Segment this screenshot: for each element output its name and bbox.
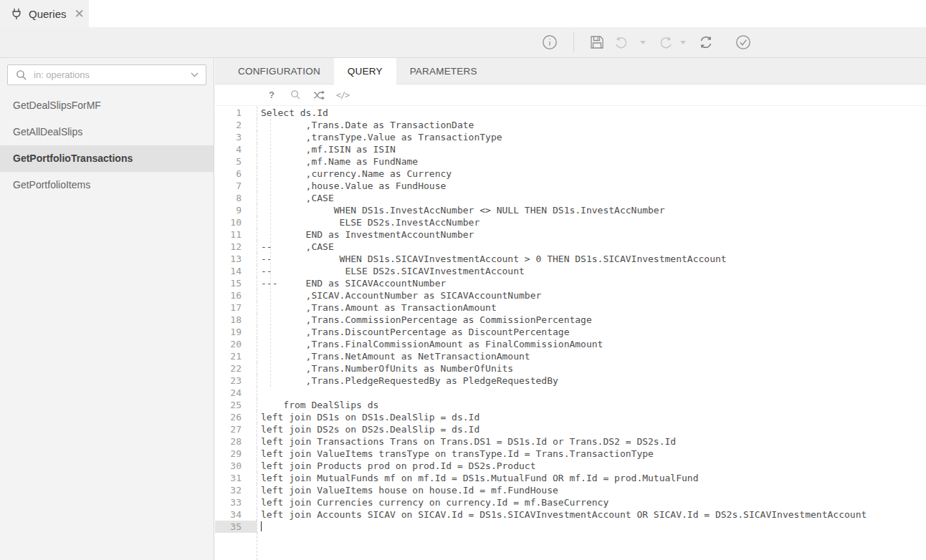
code-line-16[interactable]: 16 ,SICAV.AccountNumber as SICAVAccountN… bbox=[215, 289, 926, 301]
code-line-1[interactable]: 1Select ds.Id bbox=[215, 107, 926, 119]
code-text[interactable]: ,Trans.Amount as TransactionAmount bbox=[257, 301, 926, 314]
code-text[interactable]: --- END as SICAVAccountNumber bbox=[257, 277, 926, 289]
code-text[interactable]: ELSE DS2s.InvestAccNumber bbox=[257, 216, 926, 228]
code-text[interactable]: ,Trans.PledgeRequestedBy as PledgeReques… bbox=[257, 375, 926, 387]
code-icon[interactable]: </> bbox=[336, 89, 349, 102]
code-text[interactable]: ,mf.Name as FundName bbox=[257, 155, 926, 168]
search-input[interactable] bbox=[34, 69, 184, 80]
code-line-27[interactable]: 27left join DS2s on DS2s.DealSlip = ds.I… bbox=[215, 423, 926, 435]
code-line-2[interactable]: 2 ,Trans.Date as TransactionDate bbox=[215, 119, 926, 131]
code-text[interactable]: WHEN DS1s.InvestAccNumber <> NULL THEN D… bbox=[257, 204, 926, 216]
code-text[interactable]: ,house.Value as FundHouse bbox=[257, 180, 926, 192]
code-text[interactable]: ,Trans.CommissionPercentage as Commissio… bbox=[257, 314, 926, 326]
help-icon[interactable]: ? bbox=[265, 89, 278, 102]
code-text[interactable]: ,transType.Value as TransactionType bbox=[257, 131, 926, 143]
search-box[interactable] bbox=[7, 64, 206, 85]
code-text[interactable]: ,Trans.FinalCommissionAmount as FinalCom… bbox=[257, 338, 926, 350]
line-number: 1 bbox=[215, 107, 257, 119]
undo-dropdown-icon[interactable] bbox=[640, 41, 646, 44]
code-line-5[interactable]: 5 ,mf.Name as FundName bbox=[215, 155, 926, 168]
code-line-33[interactable]: 33left join Currencies currency on curre… bbox=[215, 496, 926, 508]
code-line-13[interactable]: 13-- WHEN DS1s.SICAVInvestmentAccount > … bbox=[215, 253, 926, 265]
code-line-21[interactable]: 21 ,Trans.NetAmount as NetTransactionAmo… bbox=[215, 350, 926, 362]
search-icon[interactable] bbox=[289, 89, 302, 102]
code-text[interactable]: -- ,CASE bbox=[257, 241, 926, 253]
code-line-10[interactable]: 10 ELSE DS2s.InvestAccNumber bbox=[215, 216, 926, 228]
code-line-4[interactable]: 4 ,mf.ISIN as ISIN bbox=[215, 143, 926, 155]
line-number: 8 bbox=[215, 192, 257, 204]
code-line-32[interactable]: 32left join ValueItems house on house.Id… bbox=[215, 484, 926, 496]
code-line-9[interactable]: 9 WHEN DS1s.InvestAccNumber <> NULL THEN… bbox=[215, 204, 926, 216]
code-line-23[interactable]: 23 ,Trans.PledgeRequestedBy as PledgeReq… bbox=[215, 375, 926, 387]
editor-empty-area[interactable] bbox=[215, 533, 926, 560]
code-text[interactable]: from DealSlips ds bbox=[257, 399, 926, 411]
code-line-7[interactable]: 7 ,house.Value as FundHouse bbox=[215, 180, 926, 192]
code-line-20[interactable]: 20 ,Trans.FinalCommissionAmount as Final… bbox=[215, 338, 926, 350]
code-text[interactable]: left join Currencies currency on currenc… bbox=[257, 496, 926, 508]
code-line-15[interactable]: 15--- END as SICAVAccountNumber bbox=[215, 277, 926, 289]
code-text[interactable]: ,currency.Name as Currency bbox=[257, 168, 926, 180]
redo-dropdown-icon[interactable] bbox=[680, 41, 686, 44]
chevron-down-icon[interactable] bbox=[191, 72, 199, 77]
code-line-17[interactable]: 17 ,Trans.Amount as TransactionAmount bbox=[215, 301, 926, 314]
sidebar-item-getalldealslips[interactable]: GetAllDealSlips bbox=[0, 119, 214, 145]
code-text[interactable]: left join MutualFunds mf on mf.Id = DS1s… bbox=[257, 472, 926, 484]
code-line-30[interactable]: 30left join Products prod on prod.Id = D… bbox=[215, 460, 926, 472]
code-line-8[interactable]: 8 ,CASE bbox=[215, 192, 926, 204]
code-text[interactable]: -- WHEN DS1s.SICAVInvestmentAccount > 0 … bbox=[257, 253, 926, 265]
code-text[interactable]: ,mf.ISIN as ISIN bbox=[257, 143, 926, 155]
code-text[interactable]: left join DS2s on DS2s.DealSlip = ds.Id bbox=[257, 423, 926, 435]
tab-configuration[interactable]: CONFIGURATION bbox=[224, 58, 334, 85]
code-line-6[interactable]: 6 ,currency.Name as Currency bbox=[215, 168, 926, 180]
sql-editor[interactable]: 1Select ds.Id2 ,Trans.Date as Transactio… bbox=[215, 107, 926, 560]
code-text[interactable]: left join Accounts SICAV on SICAV.Id = D… bbox=[257, 508, 926, 521]
code-text[interactable]: left join DS1s on DS1s.DealSlip = ds.Id bbox=[257, 411, 926, 423]
line-number: 32 bbox=[215, 484, 257, 496]
tab-query[interactable]: QUERY bbox=[334, 58, 396, 85]
code-text[interactable]: left join ValueItems transType on transT… bbox=[257, 448, 926, 460]
code-text[interactable]: END as InvestmentAccountNumber bbox=[257, 228, 926, 241]
document-tab-queries[interactable]: Queries ✕ bbox=[0, 0, 89, 27]
code-line-18[interactable]: 18 ,Trans.CommissionPercentage as Commis… bbox=[215, 314, 926, 326]
code-line-26[interactable]: 26left join DS1s on DS1s.DealSlip = ds.I… bbox=[215, 411, 926, 423]
document-tab-title: Queries bbox=[29, 8, 67, 20]
tab-parameters[interactable]: PARAMETERS bbox=[396, 58, 491, 85]
code-text[interactable]: ,Trans.DiscountPercentage as DiscountPer… bbox=[257, 326, 926, 338]
code-line-19[interactable]: 19 ,Trans.DiscountPercentage as Discount… bbox=[215, 326, 926, 338]
save-icon[interactable] bbox=[589, 34, 605, 50]
code-line-28[interactable]: 28left join Transactions Trans on Trans.… bbox=[215, 435, 926, 448]
code-text[interactable] bbox=[257, 387, 926, 399]
code-text[interactable]: -- ELSE DS2s.SICAVInvestmentAccount bbox=[257, 265, 926, 277]
code-text[interactable]: ,Trans.NumberOfUnits as NumberOfUnits bbox=[257, 362, 926, 375]
info-icon[interactable] bbox=[542, 34, 558, 50]
code-text[interactable]: left join ValueItems house on house.Id =… bbox=[257, 484, 926, 496]
close-icon[interactable]: ✕ bbox=[75, 8, 85, 20]
code-text[interactable]: ,Trans.Date as TransactionDate bbox=[257, 119, 926, 131]
redo-icon[interactable] bbox=[659, 34, 674, 50]
sidebar-item-getportfolioitems[interactable]: GetPortfolioItems bbox=[0, 172, 214, 198]
shuffle-icon[interactable] bbox=[312, 89, 325, 102]
code-line-34[interactable]: 34left join Accounts SICAV on SICAV.Id =… bbox=[215, 508, 926, 521]
code-text[interactable]: Select ds.Id bbox=[257, 107, 926, 119]
sidebar-item-getportfoliotransactions[interactable]: GetPortfolioTransactions bbox=[0, 145, 214, 172]
code-line-3[interactable]: 3 ,transType.Value as TransactionType bbox=[215, 131, 926, 143]
code-line-11[interactable]: 11 END as InvestmentAccountNumber bbox=[215, 228, 926, 241]
code-line-25[interactable]: 25 from DealSlips ds bbox=[215, 399, 926, 411]
refresh-icon[interactable] bbox=[698, 34, 714, 50]
validate-icon[interactable] bbox=[735, 34, 751, 50]
code-text[interactable]: left join Products prod on prod.Id = DS2… bbox=[257, 460, 926, 472]
code-line-12[interactable]: 12-- ,CASE bbox=[215, 241, 926, 253]
code-line-14[interactable]: 14-- ELSE DS2s.SICAVInvestmentAccount bbox=[215, 265, 926, 277]
code-text[interactable] bbox=[257, 521, 926, 533]
sidebar-item-getdealslipsformf[interactable]: GetDealSlipsForMF bbox=[0, 92, 214, 119]
undo-icon[interactable] bbox=[613, 34, 629, 50]
code-text[interactable]: ,SICAV.AccountNumber as SICAVAccountNumb… bbox=[257, 289, 926, 301]
code-line-24[interactable]: 24 bbox=[215, 387, 926, 399]
code-text[interactable]: left join Transactions Trans on Trans.DS… bbox=[257, 435, 926, 448]
code-text[interactable]: ,CASE bbox=[257, 192, 926, 204]
code-line-31[interactable]: 31left join MutualFunds mf on mf.Id = DS… bbox=[215, 472, 926, 484]
code-line-29[interactable]: 29left join ValueItems transType on tran… bbox=[215, 448, 926, 460]
code-text[interactable]: ,Trans.NetAmount as NetTransactionAmount bbox=[257, 350, 926, 362]
code-line-22[interactable]: 22 ,Trans.NumberOfUnits as NumberOfUnits bbox=[215, 362, 926, 375]
code-line-35[interactable]: 35 bbox=[215, 521, 926, 533]
